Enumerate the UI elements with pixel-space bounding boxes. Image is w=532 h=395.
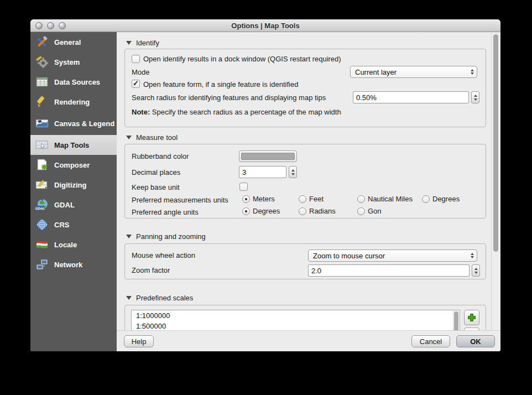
zoom-factor-input[interactable] bbox=[308, 264, 470, 277]
decimal-places-stepper[interactable] bbox=[289, 166, 297, 178]
add-scale-button[interactable] bbox=[464, 310, 479, 325]
sidebar-item-canvas-legend[interactable]: Canvas & Legend bbox=[30, 112, 117, 135]
radio-label: Meters bbox=[253, 195, 275, 203]
section-title: Identify bbox=[136, 39, 159, 47]
system-icon bbox=[35, 55, 49, 69]
radio-label: Gon bbox=[368, 207, 382, 215]
decimal-places-label: Decimal places bbox=[132, 168, 180, 176]
sidebar-item-digitizing[interactable]: Digitizing bbox=[30, 175, 117, 195]
radio-label: Radians bbox=[309, 207, 336, 215]
keep-base-unit-label: Keep base unit bbox=[132, 183, 180, 191]
crs-icon bbox=[35, 218, 49, 231]
list-item[interactable]: 1:1000000 bbox=[132, 310, 460, 321]
collapse-triangle-icon bbox=[126, 136, 132, 139]
section-panning-header[interactable]: Panning and zooming bbox=[126, 232, 206, 241]
locale-icon bbox=[35, 238, 49, 251]
angle-radio-degrees[interactable]: Degrees bbox=[242, 207, 280, 215]
sidebar-item-rendering[interactable]: Rendering bbox=[30, 92, 117, 112]
sidebar-item-map-tools[interactable]: Map Tools bbox=[30, 135, 117, 155]
section-title: Panning and zooming bbox=[136, 232, 206, 241]
sidebar-item-composer[interactable]: Composer bbox=[30, 155, 117, 175]
angle-radio-radians[interactable]: Radians bbox=[299, 207, 336, 215]
units-radio-feet[interactable]: Feet bbox=[299, 195, 324, 203]
note-prefix: Note: bbox=[132, 108, 150, 116]
options-dialog: Options | Map Tools General bbox=[30, 19, 500, 351]
title-bar[interactable]: Options | Map Tools bbox=[30, 19, 500, 32]
feature-form-checkbox[interactable]: ✓ bbox=[132, 80, 140, 88]
dock-window-checkbox[interactable] bbox=[132, 55, 140, 63]
gdal-icon: GDAL bbox=[35, 198, 49, 211]
minimize-window-icon[interactable] bbox=[47, 22, 54, 29]
mouse-wheel-popup-value: Zoom to mouse cursor bbox=[313, 252, 385, 260]
radio-icon bbox=[357, 207, 365, 215]
zoom-factor-stepper[interactable] bbox=[472, 264, 480, 277]
dialog-footer: Help Cancel OK bbox=[117, 330, 500, 351]
feature-form-label: Open feature form, if a single feature i… bbox=[143, 80, 298, 89]
radio-label: Degrees bbox=[253, 207, 280, 215]
section-title: Predefined scales bbox=[136, 294, 193, 302]
collapse-triangle-icon bbox=[126, 41, 132, 45]
sidebar-item-label: Composer bbox=[54, 161, 90, 169]
cancel-button[interactable]: Cancel bbox=[411, 335, 450, 347]
keep-base-unit-checkbox[interactable] bbox=[239, 183, 248, 191]
angle-units-label: Preferred angle units bbox=[132, 208, 199, 216]
sidebar-item-label: Map Tools bbox=[54, 141, 89, 149]
sidebar-item-locale[interactable]: Locale bbox=[30, 235, 117, 254]
close-window-icon[interactable] bbox=[35, 22, 43, 29]
zoom-window-icon[interactable] bbox=[59, 22, 66, 29]
sidebar-item-gdal[interactable]: GDAL GDAL bbox=[30, 195, 117, 215]
units-radio-degrees[interactable]: Degrees bbox=[422, 195, 460, 203]
help-button[interactable]: Help bbox=[124, 335, 154, 347]
section-measure-header[interactable]: Measure tool bbox=[126, 133, 178, 142]
svg-text:GDAL: GDAL bbox=[35, 206, 45, 210]
panning-groupbox: Mouse wheel action Zoom to mouse cursor … bbox=[124, 243, 486, 279]
sidebar-item-network[interactable]: Network bbox=[30, 254, 117, 274]
units-radio-meters[interactable]: Meters bbox=[242, 195, 275, 203]
mode-popup-value: Current layer bbox=[355, 68, 397, 76]
map-tools-icon bbox=[35, 138, 49, 152]
collapse-triangle-icon bbox=[126, 235, 132, 238]
decimal-places-input[interactable] bbox=[239, 166, 286, 178]
angle-radio-gon[interactable]: Gon bbox=[357, 207, 382, 215]
digitizing-icon bbox=[35, 178, 49, 191]
sidebar-item-label: Locale bbox=[54, 241, 77, 249]
network-icon bbox=[35, 258, 49, 271]
sidebar-item-label: Data Sources bbox=[54, 78, 100, 86]
rubberband-label: Rubberband color bbox=[132, 152, 189, 160]
search-radius-stepper[interactable] bbox=[471, 91, 479, 103]
units-radio-nautical-miles[interactable]: Nautical Miles bbox=[357, 195, 413, 203]
sidebar-item-system[interactable]: System bbox=[30, 52, 117, 72]
checkmark-icon: ✓ bbox=[133, 79, 139, 87]
search-radius-label: Search radius for identifying features a… bbox=[132, 93, 326, 102]
note-text: Specify the search radius as a percentag… bbox=[150, 108, 341, 116]
dock-window-label: Open identify results in a dock window (… bbox=[143, 55, 341, 63]
canvas-legend-icon bbox=[35, 117, 49, 130]
sidebar-item-label: Rendering bbox=[54, 98, 90, 106]
sidebar-item-data-sources[interactable]: Data Sources bbox=[30, 72, 117, 92]
popup-stepper-icon bbox=[471, 250, 474, 261]
rubberband-color-button[interactable] bbox=[239, 150, 297, 162]
sidebar-item-label: Network bbox=[54, 261, 82, 269]
sidebar-item-general[interactable]: General bbox=[30, 32, 117, 52]
mouse-wheel-popup[interactable]: Zoom to mouse cursor bbox=[308, 250, 477, 262]
rubberband-color-swatch bbox=[241, 153, 295, 160]
content-scrollbar-thumb[interactable] bbox=[493, 34, 498, 252]
radio-label: Nautical Miles bbox=[368, 195, 413, 203]
sidebar-item-crs[interactable]: CRS bbox=[30, 215, 117, 235]
search-radius-input[interactable] bbox=[353, 91, 469, 103]
section-title: Measure tool bbox=[136, 133, 178, 142]
collapse-triangle-icon bbox=[126, 296, 132, 300]
radio-label: Feet bbox=[309, 195, 324, 203]
sidebar-item-label: Digitizing bbox=[54, 181, 87, 189]
sidebar-item-label: General bbox=[54, 38, 81, 46]
content-scrollbar[interactable] bbox=[491, 32, 500, 330]
section-scales-header[interactable]: Predefined scales bbox=[126, 294, 193, 302]
mode-popup[interactable]: Current layer bbox=[350, 66, 477, 78]
ok-button[interactable]: OK bbox=[456, 335, 495, 347]
rendering-icon bbox=[35, 95, 49, 108]
plus-icon bbox=[467, 313, 476, 322]
radio-icon bbox=[299, 195, 306, 203]
section-identify-header[interactable]: Identify bbox=[126, 39, 159, 47]
data-sources-icon bbox=[35, 75, 49, 89]
units-label: Preferred measurements units bbox=[132, 196, 228, 204]
